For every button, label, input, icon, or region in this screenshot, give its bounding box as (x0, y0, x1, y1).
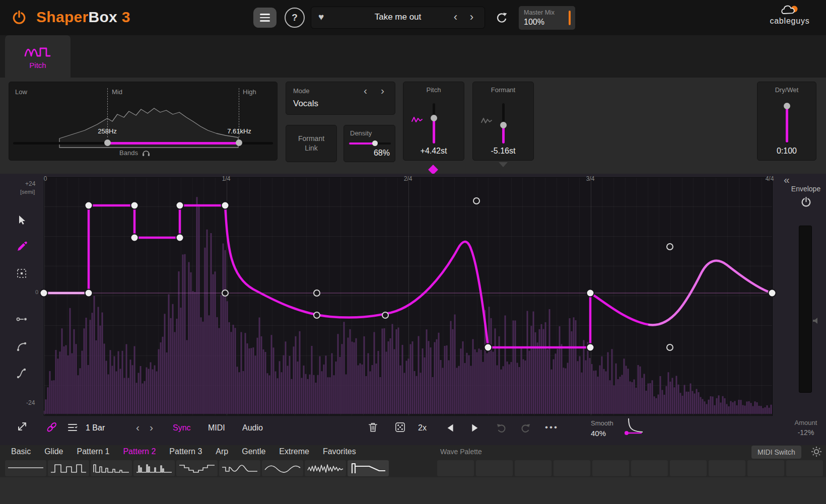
settings-button[interactable] (811, 446, 822, 457)
line-tool[interactable] (15, 312, 28, 326)
envelope-amount-slider[interactable] (799, 226, 812, 393)
wave-preset-5[interactable] (176, 460, 218, 476)
pattern-tab-glide[interactable]: Glide (44, 447, 63, 456)
formant-value[interactable]: -5.16st (473, 147, 533, 156)
help-button[interactable]: ? (285, 8, 305, 28)
smooth-value[interactable]: 40% (591, 429, 606, 438)
palette-slot-10[interactable] (786, 460, 823, 476)
draw-tool[interactable] (15, 240, 28, 253)
preset-prev-button[interactable]: ‹ (454, 11, 457, 24)
pitch-value[interactable]: +4.42st (403, 147, 464, 156)
select-tool[interactable] (15, 266, 28, 280)
pattern-tab-pattern1[interactable]: Pattern 1 (77, 447, 109, 456)
density-knob[interactable] (372, 140, 378, 146)
mode-prev-button[interactable]: ‹ (364, 85, 367, 97)
shaperbox-window: ShaperBox 3 ? ♥ Take me out ‹ › Master M… (0, 0, 826, 504)
rate-next-button[interactable]: › (150, 421, 153, 434)
palette-slot-7[interactable] (670, 460, 707, 476)
collapse-panel-button[interactable]: « (784, 174, 790, 186)
bottom-strip (0, 477, 826, 504)
s-curve-tool[interactable] (15, 366, 28, 380)
wave-preset-3[interactable] (91, 460, 132, 476)
speaker-icon[interactable] (812, 317, 819, 325)
palette-slot-5[interactable] (592, 460, 629, 476)
expand-icon (16, 420, 28, 433)
formant-slider-knob[interactable] (500, 122, 507, 128)
pitch-slider-knob[interactable] (431, 115, 437, 121)
wave-preset-8[interactable] (305, 460, 346, 476)
audio-mode-button[interactable]: Audio (242, 423, 263, 433)
pattern-tab-basic[interactable]: Basic (11, 447, 31, 456)
rate-prev-button[interactable]: ‹ (136, 421, 140, 434)
palette-slot-6[interactable] (631, 460, 668, 476)
pointer-tool[interactable] (15, 213, 28, 227)
wave-preset-9[interactable] (348, 460, 389, 476)
envelope-power-button[interactable] (800, 196, 812, 208)
master-mix-label: Master Mix (524, 9, 555, 16)
palette-slot-1[interactable] (437, 460, 474, 476)
envelope-editor: 0 1/4 2/4 3/4 4/4 +24 [semi] 0 -24 (0, 174, 826, 445)
band-panel: Low Mid High 258Hz 7.61kHz Bands (9, 82, 278, 161)
wave-preset-2[interactable] (48, 460, 89, 476)
mode-next-button[interactable]: › (381, 85, 384, 97)
curve-tool[interactable] (15, 339, 28, 353)
fullscreen-button[interactable] (15, 419, 29, 434)
shift-left-button[interactable] (444, 421, 457, 434)
more-options-button[interactable]: ••• (545, 422, 559, 433)
logo-box: Box (89, 9, 118, 25)
logo-version: 3 (122, 9, 130, 25)
band-freq-high: 7.61kHz (221, 127, 258, 135)
formant-link-label: Formant Link (295, 134, 327, 153)
redo-button[interactable] (518, 420, 532, 435)
step-list-button[interactable] (65, 420, 80, 434)
midi-mode-button[interactable]: MIDI (208, 423, 225, 433)
preset-name[interactable]: Take me out (311, 12, 485, 22)
menu-button[interactable] (253, 8, 277, 28)
multiplier-button[interactable]: 2x (418, 423, 427, 433)
pattern-tab-gentle[interactable]: Gentle (242, 447, 265, 456)
wave-preset-4[interactable] (133, 460, 175, 476)
band-handle-low[interactable] (104, 139, 111, 146)
wave-preset-7[interactable] (262, 460, 303, 476)
pattern-tab-extreme[interactable]: Extreme (279, 447, 309, 456)
envelope-power-icon (800, 196, 812, 208)
delete-button[interactable] (366, 420, 380, 434)
master-mix-slider[interactable] (569, 11, 571, 25)
pattern-tab-pattern3[interactable]: Pattern 3 (169, 447, 202, 456)
tab-pitch[interactable]: Pitch (5, 35, 71, 78)
palette-slot-4[interactable] (554, 460, 590, 476)
palette-slot-9[interactable] (747, 460, 784, 476)
amount-value[interactable]: -12% (786, 428, 826, 437)
wave-preset-6[interactable] (219, 460, 260, 476)
band-handle-high[interactable] (236, 139, 242, 146)
randomize-button[interactable] (393, 420, 407, 434)
master-mix-control[interactable]: Master Mix 100% (519, 6, 575, 30)
formant-link-button[interactable]: Formant Link (286, 125, 337, 162)
palette-slot-8[interactable] (709, 460, 745, 476)
sync-mode-button[interactable]: Sync (173, 423, 191, 433)
loop-preview-button[interactable] (492, 8, 512, 28)
hamburger-icon (260, 14, 270, 15)
pattern-tab-favorites[interactable]: Favorites (323, 447, 356, 456)
headphones-icon[interactable] (142, 149, 151, 157)
mode-value[interactable]: Vocals (293, 99, 318, 109)
pattern-tab-pattern2[interactable]: Pattern 2 (123, 447, 156, 456)
link-button[interactable] (44, 420, 58, 434)
smooth-curve-icon[interactable] (624, 416, 645, 437)
rate-value[interactable]: 1 Bar (86, 423, 105, 433)
palette-slot-3[interactable] (515, 460, 552, 476)
preset-next-button[interactable]: › (470, 11, 473, 24)
power-button[interactable] (8, 7, 30, 29)
editor-canvas[interactable] (44, 177, 773, 416)
drywet-slider-knob[interactable] (784, 103, 790, 109)
shift-right-button[interactable] (467, 421, 480, 434)
formant-label: Formant (473, 86, 533, 94)
formant-panel: Formant -5.16st (472, 82, 534, 161)
pattern-tab-arp[interactable]: Arp (216, 447, 228, 456)
drywet-value[interactable]: 0:100 (758, 147, 816, 156)
power-icon (11, 10, 27, 26)
palette-slot-2[interactable] (476, 460, 513, 476)
midi-switch-button[interactable]: MIDI Switch (751, 446, 801, 459)
wave-preset-1[interactable] (5, 460, 46, 476)
undo-button[interactable] (495, 420, 509, 435)
